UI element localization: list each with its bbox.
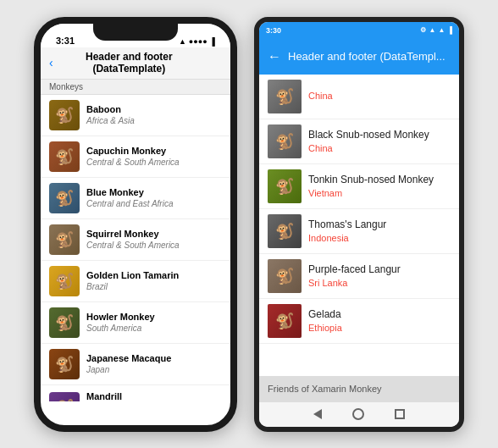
monkey-image: 🐒 xyxy=(268,304,302,338)
ios-status-icons: ▲ ●●●● ▐ xyxy=(179,37,215,46)
wifi-icon: ▲ xyxy=(179,37,186,46)
monkey-image: 🐒 xyxy=(49,183,80,213)
monkey-thumbnail: 🐒 xyxy=(268,304,302,338)
monkey-image: 🐒 xyxy=(268,169,302,203)
ios-item-text: Blue MonkeyCentral and East Africa xyxy=(86,186,222,209)
monkey-region: China xyxy=(308,142,451,154)
android-back-button[interactable]: ← xyxy=(268,49,281,64)
ios-list-item[interactable]: 🐒Howler MonkeySouth America xyxy=(41,302,230,344)
monkey-name: Thomas's Langur xyxy=(308,218,451,232)
ios-item-text: Squirrel MonkeyCentral & South America xyxy=(86,228,222,251)
monkey-thumbnail: 🐒 xyxy=(268,214,302,248)
ios-time: 3:31 xyxy=(56,36,75,46)
monkey-name: Purple-faced Langur xyxy=(308,263,451,277)
monkey-name: Golden Lion Tamarin xyxy=(86,269,222,281)
monkey-image: 🐒 xyxy=(49,349,80,379)
monkey-name: Mandrill xyxy=(86,390,222,401)
ios-list-item[interactable]: 🐒BaboonAfrica & Asia xyxy=(41,95,230,136)
android-item-text: Thomas's LangurIndonesia xyxy=(308,218,451,244)
android-toolbar-title: Header and footer (DataTempl... xyxy=(288,50,451,63)
monkey-thumbnail: 🐒 xyxy=(268,259,302,293)
android-item-text: China xyxy=(308,90,451,102)
android-home-icon[interactable] xyxy=(352,408,364,420)
ios-nav-title: Header and footer (DataTemplate) xyxy=(53,51,205,75)
monkey-region: Ethiopia xyxy=(308,322,451,334)
monkey-image: 🐒 xyxy=(49,224,80,255)
android-item-text: GeladaEthiopia xyxy=(308,307,451,334)
monkey-region: Africa & Asia xyxy=(86,115,222,126)
monkey-thumbnail: 🐒 xyxy=(49,266,80,296)
android-list-item[interactable]: 🐒GeladaEthiopia xyxy=(259,299,459,344)
ios-item-text: Capuchin MonkeyCentral & South America xyxy=(86,145,222,168)
monkey-image: 🐒 xyxy=(268,214,302,248)
android-recents-icon[interactable] xyxy=(395,409,405,419)
android-footer-section: Friends of Xamarin Monkey xyxy=(259,376,459,401)
android-list-item[interactable]: 🐒China xyxy=(259,75,459,119)
android-list: 🐒China🐒Black Snub-nosed MonkeyChina🐒Tonk… xyxy=(259,75,459,376)
monkey-thumbnail: 🐒 xyxy=(49,100,80,130)
monkey-image: 🐒 xyxy=(268,259,302,293)
monkey-region: Indonesia xyxy=(308,232,451,244)
monkey-image: 🐒 xyxy=(49,392,80,401)
monkey-name: Gelada xyxy=(308,307,451,322)
monkey-image: 🐒 xyxy=(49,307,80,338)
android-phone: 3:30 ⚙ ▲ ▲ ▐ ← Header and footer (DataTe… xyxy=(254,17,464,432)
monkey-thumbnail: 🐒 xyxy=(268,80,302,113)
android-list-item[interactable]: 🐒Black Snub-nosed MonkeyChina xyxy=(259,119,459,164)
monkey-thumbnail: 🐒 xyxy=(268,169,302,203)
ios-list-item[interactable]: 🐒Japanese MacaqueJapan xyxy=(41,344,230,385)
signal-icon: ●●●● xyxy=(189,37,208,46)
android-status-bar: 3:30 ⚙ ▲ ▲ ▐ xyxy=(259,22,459,39)
android-back-nav-icon[interactable] xyxy=(313,409,322,419)
ios-list-item[interactable]: 🐒Golden Lion TamarinBrazil xyxy=(41,261,230,302)
ios-item-text: Howler MonkeySouth America xyxy=(86,311,222,334)
ios-section-header: Monkeys xyxy=(41,80,230,95)
ios-list-item[interactable]: 🐒Capuchin MonkeyCentral & South America xyxy=(41,136,230,178)
monkey-name: Howler Monkey xyxy=(86,311,222,323)
ios-nav-bar: ‹ Header and footer (DataTemplate) xyxy=(41,47,230,80)
ios-list-item[interactable]: 🐒Squirrel MonkeyCentral & South America xyxy=(41,219,230,261)
android-list-item[interactable]: 🐒Purple-faced LangurSri Lanka xyxy=(259,254,459,299)
ios-list-item[interactable]: 🐒MandrillSouthern Cameroon, Gabon, Equat… xyxy=(41,385,230,401)
ios-list-item[interactable]: 🐒Blue MonkeyCentral and East Africa xyxy=(41,178,230,219)
ios-screen: 3:31 ▲ ●●●● ▐ ‹ Header and footer (DataT… xyxy=(41,24,230,401)
monkey-thumbnail: 🐒 xyxy=(49,183,80,213)
ios-item-text: BaboonAfrica & Asia xyxy=(86,103,222,126)
battery-icon: ▐ xyxy=(210,37,215,46)
ios-item-text: Japanese MacaqueJapan xyxy=(86,352,222,375)
android-time: 3:30 xyxy=(266,26,281,35)
monkey-thumbnail: 🐒 xyxy=(49,224,80,255)
ios-phone: 3:31 ▲ ●●●● ▐ ‹ Header and footer (DataT… xyxy=(34,17,237,432)
monkey-thumbnail: 🐒 xyxy=(268,124,302,158)
monkey-region: Vietnam xyxy=(308,187,451,199)
android-list-item[interactable]: 🐒Tonkin Snub-nosed MonkeyVietnam xyxy=(259,164,459,209)
monkey-region: Brazil xyxy=(86,281,222,292)
monkey-region: China xyxy=(308,90,451,102)
monkey-name: Black Snub-nosed Monkey xyxy=(308,128,451,142)
monkey-name: Capuchin Monkey xyxy=(86,145,222,157)
monkey-thumbnail: 🐒 xyxy=(49,392,80,401)
monkey-thumbnail: 🐒 xyxy=(49,141,80,172)
monkey-name: Blue Monkey xyxy=(86,186,222,198)
monkey-region: Japan xyxy=(86,364,222,375)
monkey-thumbnail: 🐒 xyxy=(49,307,80,338)
monkey-image: 🐒 xyxy=(268,80,302,113)
android-status-icons: ⚙ ▲ ▲ ▐ xyxy=(420,26,452,34)
android-screen: 3:30 ⚙ ▲ ▲ ▐ ← Header and footer (DataTe… xyxy=(259,22,459,427)
monkey-region: Sri Lanka xyxy=(308,277,451,289)
main-container: 3:31 ▲ ●●●● ▐ ‹ Header and footer (DataT… xyxy=(20,3,478,445)
monkey-name: Japanese Macaque xyxy=(86,352,222,364)
monkey-image: 🐒 xyxy=(49,100,80,130)
android-footer-label: Friends of Xamarin Monkey xyxy=(268,384,382,394)
ios-item-text: Golden Lion TamarinBrazil xyxy=(86,269,222,292)
ios-list: 🐒BaboonAfrica & Asia🐒Capuchin MonkeyCent… xyxy=(41,95,230,401)
monkey-region: South America xyxy=(86,323,222,334)
monkey-name: Baboon xyxy=(86,103,222,115)
monkey-image: 🐒 xyxy=(49,141,80,172)
monkey-image: 🐒 xyxy=(268,124,302,158)
monkey-name: Squirrel Monkey xyxy=(86,228,222,240)
settings-icon: ⚙ xyxy=(420,26,426,34)
android-list-item[interactable]: 🐒Thomas's LangurIndonesia xyxy=(259,209,459,254)
android-toolbar: ← Header and footer (DataTempl... xyxy=(259,39,459,75)
battery-icon: ▐ xyxy=(447,26,452,34)
